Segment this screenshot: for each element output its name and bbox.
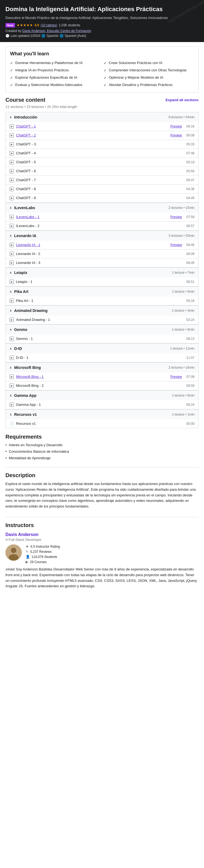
check-icon: ✓: [104, 61, 107, 66]
lecture-name: ChatGPT - 2: [16, 133, 168, 137]
lecture-duration: 07:46: [186, 151, 195, 155]
instructors-section: Instructors Davis Anderson A Full-Stack …: [0, 520, 204, 595]
lecture-name: ILevenLabs - 2: [16, 224, 184, 228]
instructor-role: A Full-Stack Developer: [5, 538, 199, 542]
video-icon: ▶: [9, 151, 14, 155]
new-badge: New: [5, 23, 15, 27]
instructor-avatar: [5, 545, 22, 561]
section-name: ILevenLabs: [14, 206, 166, 210]
chevron-icon: ∧: [9, 328, 12, 332]
lecture-name: ChatGPT - 3: [16, 142, 184, 146]
lecture-name: ChatGPT - 4: [16, 151, 184, 155]
video-icon: ▶: [9, 224, 14, 228]
lecture-item: ▶Genmo - 108:13: [5, 335, 199, 343]
last-updated: 🕐 Last updated 2/2024 🌐 Spanish 🌐 Spanis…: [5, 34, 199, 38]
lecture-name: Recursos v1: [16, 422, 184, 426]
preview-link[interactable]: Preview: [170, 375, 182, 379]
lecture-link[interactable]: Leonardo IA - 1: [16, 243, 40, 247]
lecture-item: ▶ChatGPT - 1Preview06:16: [5, 122, 199, 131]
section-header[interactable]: ∧ ILevenLabs 2 lectures • 15min: [5, 203, 199, 213]
creator-link[interactable]: Davis Anderson, Educatic Centro de Forma…: [22, 29, 91, 33]
rating-count[interactable]: (10 ratings): [41, 23, 57, 27]
video-icon: ▶: [9, 169, 14, 173]
section-meta: 1 lecture • 7min: [172, 271, 195, 275]
instructor-stats: ★4.5 Instructor Rating✎5,237 Reviews👤114…: [26, 545, 60, 564]
section-name: Pika Art: [14, 289, 170, 294]
lecture-duration: 07:59: [186, 215, 195, 219]
instructor-stat: ✎5,237 Reviews: [26, 550, 60, 554]
section-header[interactable]: ∧ Leonardo IA 3 lectures • 20min: [5, 230, 199, 241]
learn-item: ✓Evaluar y Seleccionar Modelos Adecuados: [10, 83, 100, 88]
learn-item: ✓Abordar Desafíos y Problemas Prácticos: [104, 83, 194, 88]
lecture-name: Pika Art - 1: [16, 299, 184, 303]
preview-link[interactable]: Preview: [170, 243, 182, 247]
section-header[interactable]: ∧ Genmo 1 lecture • 8min: [5, 324, 199, 335]
lecture-duration: 06:09: [186, 252, 195, 256]
preview-link[interactable]: Preview: [170, 215, 182, 219]
lecture-link[interactable]: Microsoft Bing - 1: [16, 375, 44, 379]
course-title: Domina la Inteligencia Artificial: Aplic…: [5, 5, 199, 13]
clock-icon: 🕐: [5, 34, 9, 38]
video-icon: ▶: [9, 133, 14, 137]
lecture-duration: 06:16: [186, 124, 195, 128]
instructor-name[interactable]: Davis Anderson: [5, 532, 199, 537]
section-name: Microsoft Bing: [14, 365, 166, 370]
divider-2: [5, 517, 199, 517]
description-title: Description: [5, 472, 199, 478]
lecture-duration: 04:36: [186, 187, 195, 191]
section-header[interactable]: ∧ Gamma App 1 lecture • 6min: [5, 390, 199, 400]
preview-link[interactable]: Preview: [170, 133, 182, 137]
requirements-list: Interés en Tecnología y DesarrolloConoci…: [5, 443, 199, 461]
lecture-item: ▶ChatGPT - 505:19: [5, 158, 199, 167]
lecture-name: Microsoft Bing - 1: [16, 375, 168, 379]
section-name: Genmo: [14, 328, 170, 332]
section-header[interactable]: ∧ Microsoft Bing 2 lectures • 16min: [5, 362, 199, 372]
section-header[interactable]: ∧ Pika Art 1 lecture • 5min: [5, 286, 199, 297]
learn-item: ✓Optimizar y Mejorar Modelos de IA: [104, 75, 194, 80]
instructor-stat: ★4.5 Instructor Rating: [26, 545, 60, 549]
check-icon: ✓: [104, 68, 107, 73]
section-name: Gamma App: [14, 393, 170, 398]
doc-icon: 📄: [9, 422, 14, 426]
lecture-name: Leonardo IA - 2: [16, 252, 184, 256]
preview-link[interactable]: Preview: [170, 124, 182, 128]
lecture-name: ChatGPT - 9: [16, 196, 184, 200]
section-name: Leiapix: [14, 271, 170, 275]
section-name: Introducción: [14, 115, 166, 119]
instructor-bio: ¡Hola! Soy Anderson Bastidas Desarrollad…: [5, 567, 199, 589]
lecture-name: Microsoft Bing - 2: [16, 383, 184, 388]
requirements-title: Requirements: [5, 434, 199, 440]
lecture-name: Leonardo IA - 3: [16, 261, 184, 265]
section-meta: 1 lecture • 3min: [172, 309, 195, 312]
svg-point-2: [9, 554, 19, 561]
lecture-name: Animated Drawing - 1: [16, 318, 184, 322]
section-header[interactable]: ∧ Leiapix 1 lecture • 7min: [5, 268, 199, 278]
section-header[interactable]: ∧ Introducción 9 lectures • 54min: [5, 112, 199, 122]
learn-item: ✓Dominar Herramientas y Plataformas de I…: [10, 61, 100, 66]
lecture-item: ▶Leonardo IA - 306:45: [5, 258, 199, 268]
rating-stars: ★★★★★: [17, 23, 33, 27]
check-icon: ✓: [10, 68, 13, 73]
lecture-link[interactable]: ILevenLabs - 1: [16, 215, 40, 219]
section-meta: 1 lecture • 1min: [172, 412, 195, 416]
header-meta-row: New ★★★★★ 4.9 (10 ratings) 1,036 student…: [5, 23, 199, 27]
content-stats: 11 sections • 23 lectures • 2h 25m total…: [5, 105, 199, 109]
lecture-link[interactable]: ChatGPT - 1: [16, 124, 36, 128]
lecture-duration: 05:19: [186, 160, 195, 164]
requirements-section: Requirements Interés en Tecnología y Des…: [0, 428, 204, 465]
svg-point-1: [11, 548, 16, 553]
lecture-link[interactable]: ChatGPT - 2: [16, 133, 36, 137]
learn-item: ✓Comprender Interacciones con Otras Tecn…: [104, 68, 194, 73]
section-header[interactable]: ∧ D-ID 1 lecture • 11min: [5, 343, 199, 353]
chevron-icon: ∧: [9, 309, 12, 312]
lecture-item: ▶Leonardo IA - 1Preview06:45: [5, 241, 199, 250]
expand-all-button[interactable]: Expand all sections: [165, 98, 199, 102]
lecture-name: Genmo - 1: [16, 337, 184, 341]
lecture-duration: 05:16: [186, 299, 195, 303]
section-header[interactable]: ∧ Animated Drawing 1 lecture • 3min: [5, 305, 199, 315]
video-icon: ▶: [9, 261, 14, 265]
section-header[interactable]: ∧ Recursos v1 1 lecture • 1min: [5, 409, 199, 420]
students-count: 1,036 students: [59, 23, 80, 27]
content-header: Course content Expand all sections: [5, 97, 199, 103]
lecture-item: ▶Leiapix - 106:51: [5, 278, 199, 286]
